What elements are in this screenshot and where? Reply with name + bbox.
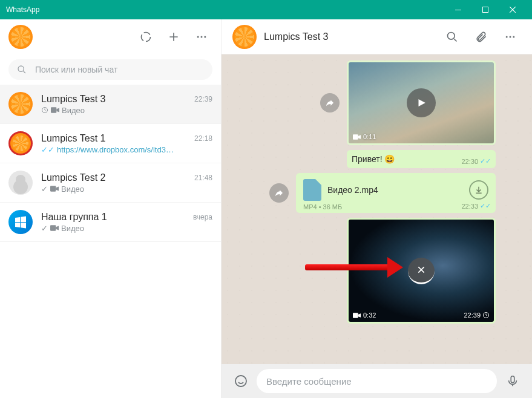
search-input[interactable]: Поиск или новый чат: [8, 59, 212, 80]
sent-tick-icon: ✓: [41, 184, 48, 194]
svg-point-6: [18, 66, 24, 71]
play-icon[interactable]: [407, 88, 436, 117]
chat-preview: Видео: [61, 224, 84, 233]
svg-rect-10: [50, 225, 56, 230]
status-icon[interactable]: [135, 26, 157, 48]
chat-panel: Lumpics Test 3 0:11 Привет! 😀 22:30✓: [222, 19, 532, 398]
video-icon: [353, 134, 361, 140]
attach-icon[interactable]: [470, 26, 492, 48]
svg-rect-9: [50, 186, 56, 191]
svg-rect-1: [482, 7, 488, 13]
chat-item[interactable]: Lumpics Test 322:39 Видео: [0, 85, 221, 124]
chat-name: Lumpics Test 2: [41, 172, 194, 183]
clock-icon: [41, 106, 48, 114]
chat-avatar: [8, 210, 33, 234]
sidebar: Поиск или новый чат Lumpics Test 322:39 …: [0, 19, 222, 398]
app-title: WhatsApp: [6, 5, 39, 14]
chat-item[interactable]: Lumpics Test 221:48 ✓Видео: [0, 163, 221, 203]
read-ticks-icon: ✓✓: [480, 202, 491, 210]
my-avatar[interactable]: [8, 25, 33, 49]
chat-header-avatar[interactable]: [232, 25, 257, 49]
message-time: 22:33: [461, 203, 478, 210]
maximize-button[interactable]: [471, 0, 499, 19]
close-button[interactable]: [499, 0, 526, 19]
svg-point-12: [506, 36, 508, 38]
message-time: 22:30: [461, 158, 478, 165]
search-chat-icon[interactable]: [441, 26, 463, 48]
clock-icon: [482, 312, 490, 319]
read-ticks-icon: ✓✓: [41, 145, 54, 154]
search-icon: [17, 65, 27, 74]
download-button[interactable]: [469, 180, 488, 200]
mic-icon[interactable]: [502, 370, 524, 392]
search-placeholder: Поиск или новый чат: [35, 65, 117, 74]
file-message[interactable]: Видео 2.mp4 MP4 • 36 МБ 22:33✓✓: [296, 173, 496, 213]
minimize-button[interactable]: [444, 0, 471, 19]
svg-rect-0: [455, 10, 461, 10]
svg-rect-16: [353, 313, 358, 318]
menu-icon[interactable]: [191, 26, 212, 48]
chat-name: Lumpics Test 3: [41, 94, 194, 105]
read-ticks-icon: ✓✓: [480, 157, 491, 165]
svg-point-4: [201, 36, 203, 38]
file-icon: [303, 179, 321, 201]
cancel-upload-button[interactable]: [408, 258, 435, 284]
svg-point-18: [235, 376, 246, 387]
video-duration: 0:11: [363, 133, 376, 140]
svg-point-2: [142, 33, 151, 42]
svg-point-11: [448, 32, 455, 39]
new-chat-icon[interactable]: [163, 26, 185, 48]
message-time: 22:39: [464, 312, 481, 319]
input-placeholder: Введите сообщение: [266, 376, 352, 387]
annotation-arrow: [305, 263, 402, 272]
video-icon: [50, 186, 59, 192]
chat-preview: Видео: [61, 184, 84, 194]
chat-preview: https://www.dropbox.com/s/ltd3…: [57, 145, 174, 154]
chat-time: вчера: [193, 213, 212, 221]
chat-name: Наша группа 1: [41, 212, 193, 223]
chat-time: 21:48: [194, 174, 212, 182]
chat-time: 22:18: [194, 134, 212, 143]
video-duration: 0:32: [363, 312, 376, 319]
video-icon: [50, 225, 59, 231]
chat-name: Lumpics Test 1: [41, 133, 194, 144]
svg-point-3: [197, 36, 199, 38]
svg-point-5: [204, 36, 206, 38]
emoji-icon[interactable]: [230, 370, 252, 392]
chat-avatar: [8, 131, 33, 155]
chat-item[interactable]: Наша группа 1вчера ✓Видео: [0, 203, 221, 242]
chat-header-title: Lumpics Test 3: [264, 31, 434, 42]
chat-avatar: [8, 171, 33, 195]
svg-rect-8: [51, 107, 56, 113]
message-text: Привет! 😀: [352, 154, 429, 164]
video-icon: [51, 107, 59, 113]
chat-time: 22:39: [194, 95, 212, 103]
chat-preview: Видео: [62, 106, 85, 115]
svg-point-13: [510, 36, 511, 38]
svg-rect-15: [353, 134, 358, 140]
chat-item[interactable]: Lumpics Test 122:18 ✓✓https://www.dropbo…: [0, 124, 221, 163]
video-icon: [353, 313, 361, 318]
sent-tick-icon: ✓: [41, 224, 48, 233]
chat-avatar: [8, 92, 33, 116]
forward-button[interactable]: [269, 183, 289, 203]
chat-menu-icon[interactable]: [499, 26, 521, 48]
file-name: Видео 2.mp4: [327, 185, 463, 195]
video-message[interactable]: 0:11: [347, 60, 496, 145]
forward-button[interactable]: [320, 93, 340, 113]
message-input[interactable]: Введите сообщение: [257, 369, 497, 393]
file-meta: MP4 • 36 МБ: [303, 203, 342, 210]
titlebar: WhatsApp: [0, 0, 532, 19]
svg-rect-19: [511, 376, 514, 383]
svg-point-14: [513, 36, 514, 38]
